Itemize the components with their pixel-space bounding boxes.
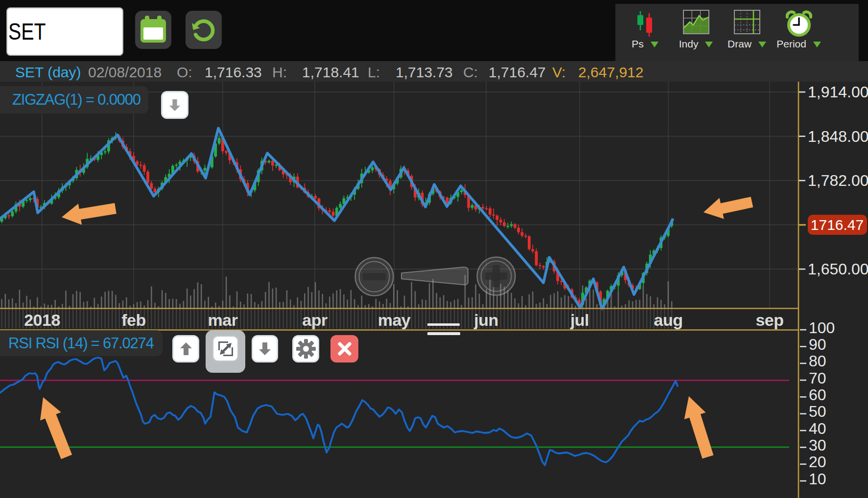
- svg-text:sep: sep: [755, 311, 783, 329]
- svg-text:1716.47: 1716.47: [811, 217, 864, 233]
- svg-text:1,650.00: 1,650.00: [808, 260, 868, 278]
- svg-text:70: 70: [809, 369, 826, 387]
- svg-text:80: 80: [809, 352, 826, 370]
- svg-text:mar: mar: [208, 311, 238, 329]
- svg-text:2018: 2018: [24, 311, 60, 329]
- svg-text:10: 10: [809, 470, 826, 488]
- svg-text:20: 20: [809, 453, 826, 471]
- svg-text:90: 90: [809, 336, 826, 353]
- svg-text:jul: jul: [570, 311, 589, 329]
- svg-text:30: 30: [809, 436, 826, 454]
- svg-text:1,848.00: 1,848.00: [808, 128, 868, 145]
- svg-text:jun: jun: [473, 311, 498, 329]
- svg-text:feb: feb: [121, 311, 146, 329]
- svg-text:60: 60: [809, 386, 826, 404]
- svg-text:100: 100: [809, 319, 835, 337]
- svg-text:1,914.00: 1,914.00: [808, 83, 868, 101]
- svg-text:40: 40: [809, 420, 826, 437]
- svg-text:aug: aug: [654, 311, 683, 329]
- svg-text:1,782.00: 1,782.00: [808, 172, 868, 189]
- svg-text:50: 50: [809, 403, 826, 420]
- svg-text:may: may: [378, 311, 411, 329]
- svg-text:apr: apr: [302, 311, 328, 329]
